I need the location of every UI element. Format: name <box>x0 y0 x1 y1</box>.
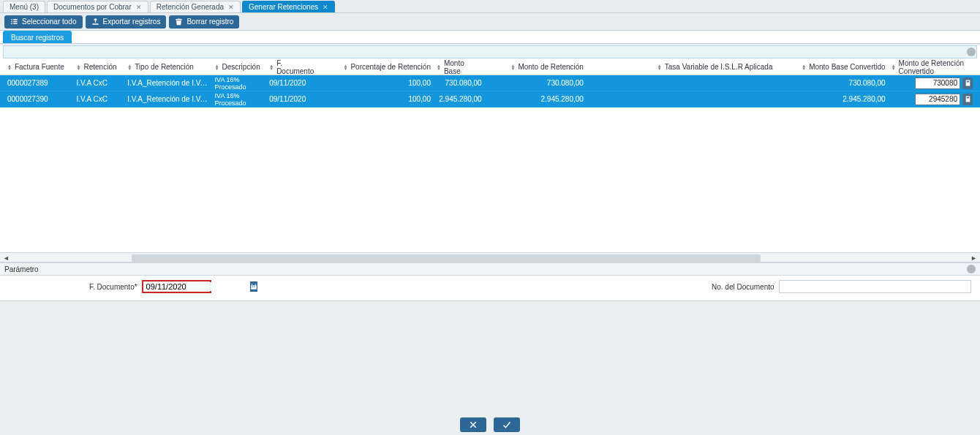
tab-menu[interactable]: Menú (3) <box>3 1 45 12</box>
close-icon[interactable]: ✕ <box>228 4 234 11</box>
cell-retencion: I.V.A CxC <box>74 95 125 103</box>
button-label: Borrar registro <box>186 18 233 26</box>
export-icon <box>91 18 99 26</box>
sort-icon <box>437 64 441 70</box>
field-no-documento: No. del Documento <box>233 280 971 293</box>
parameter-header: Parámetro <box>0 262 980 276</box>
cell-base-conv: 2.945.280,00 <box>775 95 888 103</box>
cell-tipo: I.V.A_Retención de I.V.A. <box>124 95 211 103</box>
delete-button[interactable]: Borrar registro <box>169 15 239 29</box>
button-label: Exportar registros <box>103 18 161 26</box>
cell-fdoc: 09/11/2020 <box>266 95 325 103</box>
tab-generar-retenciones[interactable]: Generar Retenciones ✕ <box>242 1 335 12</box>
col-header-tasa-variable[interactable]: Tasa Variable de I.S.L.R Aplicada <box>587 63 776 71</box>
parameter-body: F. Documento* No. del Documento <box>0 276 980 301</box>
tab-documentos-por-cobrar[interactable]: Documentos por Cobrar ✕ <box>47 1 148 12</box>
sort-icon <box>510 64 515 70</box>
tab-label: Generar Retenciones <box>249 3 318 11</box>
ret-conv-input[interactable] <box>915 94 960 105</box>
horizontal-scrollbar[interactable]: ◄ ► <box>0 252 980 262</box>
grid-empty-area <box>0 107 980 252</box>
cell-porcentaje: 100,00 <box>325 95 434 103</box>
col-label: Tipo de Retención <box>135 63 194 71</box>
field-f-documento: F. Documento* <box>89 280 211 293</box>
cell-monto-base: 2.945.280,00 <box>434 95 485 103</box>
tab-retencion-generada[interactable]: Retención Generada ✕ <box>150 1 241 12</box>
sort-icon <box>802 64 806 70</box>
cell-text: IVA 16% <box>215 76 264 83</box>
col-label: Monto de Retención Convertido <box>899 59 973 75</box>
calculator-icon <box>965 80 971 86</box>
sort-icon <box>7 64 12 70</box>
col-header-descripcion[interactable]: Descripción <box>212 63 267 71</box>
f-documento-label: F. Documento* <box>89 283 137 291</box>
col-header-f-documento[interactable]: F. Documento <box>266 59 325 75</box>
tab-label: Documentos por Cobrar <box>53 3 132 11</box>
sort-icon <box>657 64 662 70</box>
cancel-button[interactable] <box>460 417 486 432</box>
cell-retencion: I.V.A CxC <box>74 79 125 87</box>
cell-ret-conv <box>889 94 976 105</box>
col-label: Monto de Retención <box>518 63 584 71</box>
col-header-porcentaje[interactable]: Porcentaje de Retención <box>325 63 434 71</box>
cell-tipo: I.V.A_Retención de I.V.A. <box>124 79 211 87</box>
info-icon[interactable] <box>967 265 976 273</box>
trash-icon <box>175 18 183 26</box>
col-header-base-convertido[interactable]: Monto Base Convertido <box>775 63 888 71</box>
f-documento-input-wrap <box>142 280 211 293</box>
cell-descripcion: IVA 16% Procesado <box>212 92 267 107</box>
sort-icon <box>343 64 347 70</box>
col-label: Descripción <box>222 63 260 71</box>
table-row[interactable]: 0000027389 I.V.A CxC I.V.A_Retención de … <box>0 75 980 91</box>
tabs-bar: Menú (3) Documentos por Cobrar ✕ Retenci… <box>0 0 980 13</box>
subtab-buscar-registros[interactable]: Buscar registros <box>3 31 72 43</box>
col-header-monto-retencion[interactable]: Monto de Retención <box>485 63 587 71</box>
toolbar: Seleccionar todo Exportar registros Borr… <box>0 13 980 31</box>
close-icon[interactable]: ✕ <box>323 4 328 11</box>
calculator-button[interactable] <box>962 94 973 105</box>
sort-icon <box>127 64 132 70</box>
tab-label: Menú (3) <box>10 3 39 11</box>
button-label: Seleccionar todo <box>22 18 77 26</box>
scroll-thumb[interactable] <box>132 254 761 262</box>
scroll-left-icon[interactable]: ◄ <box>3 254 10 262</box>
cell-descripcion: IVA 16% Procesado <box>212 76 267 91</box>
ret-conv-input[interactable] <box>915 77 960 89</box>
cell-monto-base: 730.080,00 <box>434 79 485 87</box>
col-label: Monto Base <box>444 59 482 75</box>
sort-icon <box>892 64 896 70</box>
cell-text: IVA 16% <box>215 92 264 99</box>
grid-filter-row[interactable] <box>3 45 977 58</box>
confirm-button[interactable] <box>494 417 520 432</box>
tab-label: Retención Generada <box>157 3 224 11</box>
col-header-factura-fuente[interactable]: Factura Fuente <box>4 63 74 71</box>
subtab-strip: Buscar registros <box>0 31 980 44</box>
check-icon <box>502 420 511 429</box>
cell-porcentaje: 100,00 <box>325 79 434 87</box>
select-all-button[interactable]: Seleccionar todo <box>4 15 83 29</box>
col-header-ret-convertido[interactable]: Monto de Retención Convertido <box>889 59 976 75</box>
info-icon[interactable] <box>967 48 976 56</box>
cell-base-conv: 730.080,00 <box>775 79 888 87</box>
calculator-button[interactable] <box>962 77 973 89</box>
scroll-right-icon[interactable]: ► <box>970 254 977 262</box>
sort-icon <box>269 64 274 70</box>
col-header-retencion[interactable]: Retención <box>74 63 125 71</box>
table-row[interactable]: 0000027390 I.V.A CxC I.V.A_Retención de … <box>0 91 980 107</box>
cell-factura: 0000027390 <box>4 95 74 103</box>
grid: Factura Fuente Retención Tipo de Retenci… <box>0 45 980 262</box>
footer <box>0 417 980 432</box>
col-header-monto-base[interactable]: Monto Base <box>434 59 485 75</box>
no-documento-input[interactable] <box>779 280 971 293</box>
cell-text: Procesado <box>215 99 264 107</box>
cell-monto-ret: 730.080,00 <box>485 79 587 87</box>
cell-fdoc: 09/11/2020 <box>266 79 325 87</box>
col-header-tipo-retencion[interactable]: Tipo de Retención <box>124 63 211 71</box>
close-icon[interactable]: ✕ <box>136 4 142 11</box>
col-label: F. Documento <box>276 59 322 75</box>
export-button[interactable]: Exportar registros <box>86 15 167 29</box>
calculator-icon <box>965 96 971 102</box>
grid-body: 0000027389 I.V.A CxC I.V.A_Retención de … <box>0 75 980 107</box>
no-documento-label: No. del Documento <box>233 283 774 291</box>
parameter-title: Parámetro <box>4 265 39 273</box>
